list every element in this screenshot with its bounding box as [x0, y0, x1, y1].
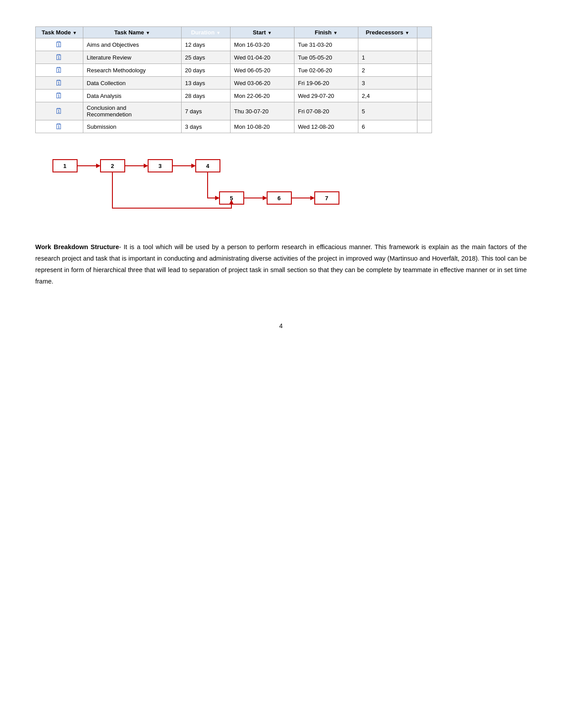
- task-name-cell: Conclusion andRecommendetion: [83, 102, 181, 120]
- task-icon: 🗓: [55, 53, 63, 61]
- task-icon: 🗓: [55, 79, 63, 87]
- finish-cell: Tue 02-06-20: [294, 64, 358, 77]
- extra-cell: [417, 120, 432, 133]
- task-icon: 🗓: [55, 92, 63, 100]
- task-mode-cell: 🗓: [36, 64, 83, 77]
- arrow-4-5-path: [208, 172, 220, 198]
- predecessors-cell: [358, 38, 417, 51]
- table-row: 🗓Aims and Objectives12 daysMon 16-03-20T…: [36, 38, 432, 51]
- task-mode-cell: 🗓: [36, 102, 83, 120]
- duration-cell: 25 days: [181, 51, 230, 64]
- page-number: 4: [35, 322, 527, 329]
- task-mode-cell: 🗓: [36, 120, 83, 133]
- task-name-cell: Data Analysis: [83, 90, 181, 102]
- arrowhead-5-6: [263, 196, 267, 200]
- table-header-row: Task Mode ▼ Task Name ▼ Duration ▼ Start…: [36, 27, 432, 38]
- table-row: 🗓Data Collection13 daysWed 03-06-20Fri 1…: [36, 77, 432, 90]
- arrowhead-6-7: [310, 196, 315, 200]
- task-mode-cell: 🗓: [36, 77, 83, 90]
- task-name-cell: Data Collection: [83, 77, 181, 90]
- finish-cell: Fri 19-06-20: [294, 77, 358, 90]
- extra-cell: [417, 64, 432, 77]
- node-7-label: 7: [325, 195, 328, 202]
- start-cell: Wed 01-04-20: [231, 51, 294, 64]
- predecessors-cell: 2: [358, 64, 417, 77]
- arrowhead-3-4: [191, 164, 196, 168]
- node-6-label: 6: [277, 195, 280, 202]
- table-body: 🗓Aims and Objectives12 daysMon 16-03-20T…: [36, 38, 432, 133]
- task-name-cell: Literature Review: [83, 51, 181, 64]
- table-row: 🗓Conclusion andRecommendetion7 daysThu 3…: [36, 102, 432, 120]
- predecessors-cell: 1: [358, 51, 417, 64]
- col-header-predecessors[interactable]: Predecessors ▼: [358, 27, 417, 38]
- task-name-cell: Aims and Objectives: [83, 38, 181, 51]
- col-header-task-mode[interactable]: Task Mode ▼: [36, 27, 83, 38]
- task-icon: 🗓: [55, 41, 63, 49]
- arrow-2-5-path: [112, 172, 231, 208]
- task-icon: 🗓: [55, 66, 63, 74]
- predecessors-cell: 3: [358, 77, 417, 90]
- wbs-paragraph: Work Breakdown Structure- It is a tool w…: [35, 241, 527, 287]
- extra-cell: [417, 77, 432, 90]
- arrowhead-4-5: [215, 196, 220, 200]
- extra-cell: [417, 102, 432, 120]
- duration-cell: 13 days: [181, 77, 230, 90]
- text-section: Work Breakdown Structure- It is a tool w…: [35, 241, 527, 287]
- col-header-task-name[interactable]: Task Name ▼: [83, 27, 181, 38]
- predecessors-cell: 5: [358, 102, 417, 120]
- finish-cell: Fri 07-08-20: [294, 102, 358, 120]
- task-icon: 🗓: [55, 123, 63, 131]
- start-cell: Mon 16-03-20: [231, 38, 294, 51]
- task-icon: 🗓: [55, 107, 63, 115]
- gantt-table-container: Task Mode ▼ Task Name ▼ Duration ▼ Start…: [35, 26, 527, 133]
- task-mode-cell: 🗓: [36, 51, 83, 64]
- finish-cell: Wed 12-08-20: [294, 120, 358, 133]
- finish-cell: Wed 29-07-20: [294, 90, 358, 102]
- start-cell: Wed 06-05-20: [231, 64, 294, 77]
- finish-cell: Tue 31-03-20: [294, 38, 358, 51]
- predecessors-cell: 2,4: [358, 90, 417, 102]
- duration-cell: 12 days: [181, 38, 230, 51]
- col-header-extra: [417, 27, 432, 38]
- node-4-label: 4: [206, 163, 209, 169]
- node-1-label: 1: [63, 163, 66, 169]
- network-diagram: 1 2 3 4 5 6 7: [44, 151, 375, 219]
- task-name-cell: Submission: [83, 120, 181, 133]
- gantt-table: Task Mode ▼ Task Name ▼ Duration ▼ Start…: [35, 26, 432, 133]
- task-name-cell: Research Methodology: [83, 64, 181, 77]
- task-mode-cell: 🗓: [36, 90, 83, 102]
- extra-cell: [417, 38, 432, 51]
- node-2-label: 2: [111, 163, 114, 169]
- table-row: 🗓Data Analysis28 daysMon 22-06-20Wed 29-…: [36, 90, 432, 102]
- extra-cell: [417, 51, 432, 64]
- arrowhead-2-3: [144, 164, 148, 168]
- table-row: 🗓Submission3 daysMon 10-08-20Wed 12-08-2…: [36, 120, 432, 133]
- wbs-term: Work Breakdown Structure: [35, 243, 119, 250]
- col-header-finish[interactable]: Finish ▼: [294, 27, 358, 38]
- arrowhead-1-2: [96, 164, 100, 168]
- col-header-start[interactable]: Start ▼: [231, 27, 294, 38]
- start-cell: Wed 03-06-20: [231, 77, 294, 90]
- duration-cell: 7 days: [181, 102, 230, 120]
- duration-cell: 28 days: [181, 90, 230, 102]
- col-header-duration[interactable]: Duration ▼: [181, 27, 230, 38]
- predecessors-cell: 6: [358, 120, 417, 133]
- table-row: 🗓Research Methodology20 daysWed 06-05-20…: [36, 64, 432, 77]
- extra-cell: [417, 90, 432, 102]
- finish-cell: Tue 05-05-20: [294, 51, 358, 64]
- node-3-label: 3: [158, 163, 161, 169]
- start-cell: Mon 22-06-20: [231, 90, 294, 102]
- start-cell: Mon 10-08-20: [231, 120, 294, 133]
- table-row: 🗓Literature Review25 daysWed 01-04-20Tue…: [36, 51, 432, 64]
- duration-cell: 20 days: [181, 64, 230, 77]
- duration-cell: 3 days: [181, 120, 230, 133]
- task-mode-cell: 🗓: [36, 38, 83, 51]
- start-cell: Thu 30-07-20: [231, 102, 294, 120]
